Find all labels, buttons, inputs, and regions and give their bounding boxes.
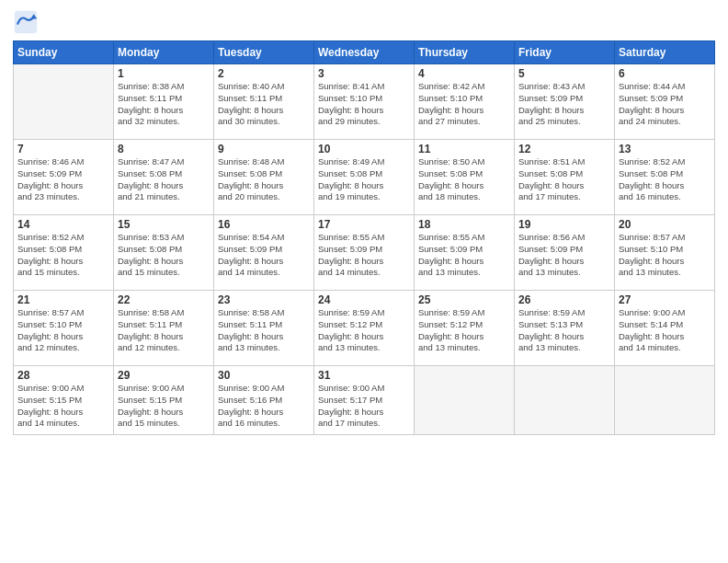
day-number: 10 (318, 143, 410, 155)
calendar-cell (14, 64, 114, 140)
day-info: Sunrise: 8:57 AM Sunset: 5:10 PM Dayligh… (17, 307, 109, 354)
weekday-header-row: SundayMondayTuesdayWednesdayThursdayFrid… (14, 41, 715, 64)
calendar-cell (615, 366, 715, 435)
day-number: 16 (218, 218, 310, 231)
day-info: Sunrise: 8:55 AM Sunset: 5:09 PM Dayligh… (318, 232, 410, 279)
weekday-header-friday: Friday (515, 41, 615, 64)
calendar-cell: 3Sunrise: 8:41 AM Sunset: 5:10 PM Daylig… (314, 64, 415, 140)
weekday-header-thursday: Thursday (415, 41, 515, 64)
day-number: 3 (318, 67, 410, 80)
day-info: Sunrise: 8:42 AM Sunset: 5:10 PM Dayligh… (418, 81, 510, 128)
day-info: Sunrise: 8:41 AM Sunset: 5:10 PM Dayligh… (318, 81, 410, 128)
calendar-cell: 22Sunrise: 8:58 AM Sunset: 5:11 PM Dayli… (114, 291, 214, 366)
day-number: 27 (619, 293, 711, 306)
calendar-cell: 26Sunrise: 8:59 AM Sunset: 5:13 PM Dayli… (515, 291, 615, 366)
day-number: 9 (218, 143, 310, 155)
day-number: 6 (619, 67, 711, 80)
day-info: Sunrise: 8:59 AM Sunset: 5:13 PM Dayligh… (518, 307, 610, 354)
day-number: 5 (518, 67, 610, 80)
day-info: Sunrise: 8:59 AM Sunset: 5:12 PM Dayligh… (418, 307, 510, 354)
calendar-cell: 8Sunrise: 8:47 AM Sunset: 5:08 PM Daylig… (114, 140, 214, 215)
calendar-week-row: 28Sunrise: 9:00 AM Sunset: 5:15 PM Dayli… (14, 366, 715, 435)
calendar-cell: 24Sunrise: 8:59 AM Sunset: 5:12 PM Dayli… (314, 291, 415, 366)
day-number: 29 (118, 369, 210, 382)
calendar-cell: 13Sunrise: 8:52 AM Sunset: 5:08 PM Dayli… (615, 140, 715, 215)
day-info: Sunrise: 8:59 AM Sunset: 5:12 PM Dayligh… (318, 307, 410, 354)
calendar-cell: 18Sunrise: 8:55 AM Sunset: 5:09 PM Dayli… (415, 215, 515, 291)
day-number: 8 (118, 143, 210, 155)
day-info: Sunrise: 9:00 AM Sunset: 5:17 PM Dayligh… (318, 383, 410, 430)
calendar-cell: 5Sunrise: 8:43 AM Sunset: 5:09 PM Daylig… (515, 64, 615, 140)
calendar-cell: 27Sunrise: 9:00 AM Sunset: 5:14 PM Dayli… (615, 291, 715, 366)
calendar-cell: 31Sunrise: 9:00 AM Sunset: 5:17 PM Dayli… (314, 366, 415, 435)
day-number: 15 (118, 218, 210, 231)
calendar-cell: 15Sunrise: 8:53 AM Sunset: 5:08 PM Dayli… (114, 215, 214, 291)
calendar-cell: 14Sunrise: 8:52 AM Sunset: 5:08 PM Dayli… (14, 215, 114, 291)
calendar-cell: 28Sunrise: 9:00 AM Sunset: 5:15 PM Dayli… (14, 366, 114, 435)
calendar-cell: 6Sunrise: 8:44 AM Sunset: 5:09 PM Daylig… (615, 64, 715, 140)
calendar-cell (515, 366, 615, 435)
day-number: 2 (218, 67, 310, 80)
calendar-cell: 4Sunrise: 8:42 AM Sunset: 5:10 PM Daylig… (415, 64, 515, 140)
day-info: Sunrise: 8:55 AM Sunset: 5:09 PM Dayligh… (418, 232, 510, 279)
day-number: 7 (17, 143, 109, 155)
day-info: Sunrise: 8:49 AM Sunset: 5:08 PM Dayligh… (318, 156, 410, 203)
day-info: Sunrise: 8:50 AM Sunset: 5:08 PM Dayligh… (418, 156, 510, 203)
day-info: Sunrise: 8:40 AM Sunset: 5:11 PM Dayligh… (218, 81, 310, 128)
calendar-cell: 2Sunrise: 8:40 AM Sunset: 5:11 PM Daylig… (214, 64, 314, 140)
day-info: Sunrise: 8:38 AM Sunset: 5:11 PM Dayligh… (118, 81, 210, 128)
weekday-header-sunday: Sunday (14, 41, 114, 64)
day-number: 20 (619, 218, 711, 231)
day-info: Sunrise: 8:53 AM Sunset: 5:08 PM Dayligh… (118, 232, 210, 279)
calendar-week-row: 7Sunrise: 8:46 AM Sunset: 5:09 PM Daylig… (14, 140, 715, 215)
day-number: 24 (318, 293, 410, 306)
weekday-header-saturday: Saturday (615, 41, 715, 64)
weekday-header-wednesday: Wednesday (314, 41, 415, 64)
calendar-cell: 30Sunrise: 9:00 AM Sunset: 5:16 PM Dayli… (214, 366, 314, 435)
calendar-table: SundayMondayTuesdayWednesdayThursdayFrid… (13, 40, 715, 435)
day-number: 21 (17, 293, 109, 306)
day-number: 31 (318, 369, 410, 382)
day-info: Sunrise: 8:54 AM Sunset: 5:09 PM Dayligh… (218, 232, 310, 279)
day-number: 30 (218, 369, 310, 382)
calendar-week-row: 14Sunrise: 8:52 AM Sunset: 5:08 PM Dayli… (14, 215, 715, 291)
header (13, 9, 715, 35)
day-number: 12 (518, 143, 610, 155)
calendar-cell: 21Sunrise: 8:57 AM Sunset: 5:10 PM Dayli… (14, 291, 114, 366)
day-info: Sunrise: 8:56 AM Sunset: 5:09 PM Dayligh… (518, 232, 610, 279)
day-number: 1 (118, 67, 210, 80)
day-info: Sunrise: 9:00 AM Sunset: 5:16 PM Dayligh… (218, 383, 310, 430)
calendar-cell: 12Sunrise: 8:51 AM Sunset: 5:08 PM Dayli… (515, 140, 615, 215)
calendar-cell: 1Sunrise: 8:38 AM Sunset: 5:11 PM Daylig… (114, 64, 214, 140)
day-number: 17 (318, 218, 410, 231)
day-info: Sunrise: 8:46 AM Sunset: 5:09 PM Dayligh… (17, 156, 109, 203)
day-number: 26 (518, 293, 610, 306)
day-info: Sunrise: 8:47 AM Sunset: 5:08 PM Dayligh… (118, 156, 210, 203)
day-info: Sunrise: 9:00 AM Sunset: 5:15 PM Dayligh… (17, 383, 109, 430)
calendar-cell: 9Sunrise: 8:48 AM Sunset: 5:08 PM Daylig… (214, 140, 314, 215)
day-info: Sunrise: 8:58 AM Sunset: 5:11 PM Dayligh… (218, 307, 310, 354)
page-container: SundayMondayTuesdayWednesdayThursdayFrid… (0, 0, 728, 563)
day-info: Sunrise: 8:58 AM Sunset: 5:11 PM Dayligh… (118, 307, 210, 354)
calendar-cell: 19Sunrise: 8:56 AM Sunset: 5:09 PM Dayli… (515, 215, 615, 291)
day-info: Sunrise: 8:51 AM Sunset: 5:08 PM Dayligh… (518, 156, 610, 203)
day-number: 13 (619, 143, 711, 155)
day-number: 4 (418, 67, 510, 80)
day-number: 14 (17, 218, 109, 231)
day-info: Sunrise: 8:57 AM Sunset: 5:10 PM Dayligh… (619, 232, 711, 279)
calendar-cell: 20Sunrise: 8:57 AM Sunset: 5:10 PM Dayli… (615, 215, 715, 291)
day-number: 19 (518, 218, 610, 231)
day-number: 11 (418, 143, 510, 155)
day-number: 23 (218, 293, 310, 306)
calendar-cell: 23Sunrise: 8:58 AM Sunset: 5:11 PM Dayli… (214, 291, 314, 366)
calendar-cell: 16Sunrise: 8:54 AM Sunset: 5:09 PM Dayli… (214, 215, 314, 291)
weekday-header-tuesday: Tuesday (214, 41, 314, 64)
day-info: Sunrise: 8:48 AM Sunset: 5:08 PM Dayligh… (218, 156, 310, 203)
day-info: Sunrise: 8:44 AM Sunset: 5:09 PM Dayligh… (619, 81, 711, 128)
weekday-header-monday: Monday (114, 41, 214, 64)
day-number: 22 (118, 293, 210, 306)
calendar-cell: 17Sunrise: 8:55 AM Sunset: 5:09 PM Dayli… (314, 215, 415, 291)
day-number: 18 (418, 218, 510, 231)
day-info: Sunrise: 8:52 AM Sunset: 5:08 PM Dayligh… (619, 156, 711, 203)
calendar-cell: 29Sunrise: 9:00 AM Sunset: 5:15 PM Dayli… (114, 366, 214, 435)
